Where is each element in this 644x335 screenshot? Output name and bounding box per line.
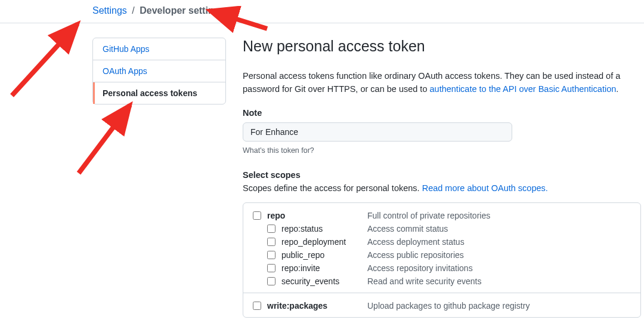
- scope-name: repo: [267, 211, 367, 220]
- scope-desc: Upload packages to github package regist…: [367, 301, 530, 311]
- scope-name: security_events: [281, 276, 367, 286]
- main-content: New personal access token Personal acces…: [243, 38, 644, 318]
- scope-row-write-packages: write:packages Upload packages to github…: [253, 299, 631, 312]
- note-input[interactable]: [243, 122, 512, 142]
- sidebar-item-personal-access-tokens[interactable]: Personal access tokens: [93, 82, 225, 104]
- scope-checkbox-public-repo[interactable]: [267, 251, 275, 259]
- scopes-subtitle-text: Scopes define the access for personal to…: [243, 183, 422, 193]
- sidebar-item-github-apps[interactable]: GitHub Apps: [93, 38, 225, 60]
- scope-checkbox-repo-status[interactable]: [267, 225, 275, 233]
- scope-desc: Full control of private repositories: [367, 211, 490, 220]
- scope-checkbox-write-packages[interactable]: [253, 302, 261, 310]
- scope-row-repo-deployment: repo_deployment Access deployment status: [253, 235, 631, 248]
- scope-desc: Access repository invitations: [367, 263, 473, 273]
- scope-row-security-events: security_events Read and write security …: [253, 275, 631, 288]
- scope-name: repo:status: [281, 224, 367, 233]
- note-hint: What's this token for?: [243, 146, 644, 155]
- scope-checkbox-repo-deployment[interactable]: [267, 238, 275, 246]
- breadcrumb-developer-settings: Developer settings: [140, 5, 225, 16]
- scopes-readmore-link[interactable]: Read more about OAuth scopes.: [422, 183, 548, 193]
- scope-checkbox-repo-invite[interactable]: [267, 264, 275, 272]
- scope-name: repo:invite: [281, 263, 367, 273]
- scopes-subtitle: Scopes define the access for personal to…: [243, 183, 644, 193]
- scope-desc: Access public repositories: [367, 250, 464, 260]
- auth-api-link[interactable]: authenticate to the API over Basic Authe…: [430, 84, 617, 94]
- scope-checkbox-security-events[interactable]: [267, 277, 275, 285]
- scopes-title: Select scopes: [243, 170, 644, 180]
- scope-desc: Access commit status: [367, 224, 448, 233]
- page-description-post: .: [616, 84, 618, 94]
- settings-sidebar: GitHub Apps OAuth Apps Personal access t…: [92, 38, 226, 105]
- sidebar-item-oauth-apps[interactable]: OAuth Apps: [93, 60, 225, 82]
- note-label: Note: [243, 108, 644, 118]
- scope-desc: Read and write security events: [367, 276, 481, 286]
- scope-name: write:packages: [267, 301, 367, 311]
- page-description: Personal access tokens function like ord…: [243, 69, 644, 96]
- scope-row-repo: repo Full control of private repositorie…: [253, 209, 631, 222]
- page-title: New personal access token: [243, 38, 644, 55]
- scope-row-repo-status: repo:status Access commit status: [253, 222, 631, 235]
- scopes-box: repo Full control of private repositorie…: [243, 202, 641, 318]
- scope-name: repo_deployment: [281, 237, 367, 247]
- scope-row-public-repo: public_repo Access public repositories: [253, 248, 631, 262]
- scope-desc: Access deployment status: [367, 237, 465, 247]
- breadcrumb-separator: /: [132, 5, 134, 16]
- breadcrumb: Settings / Developer settings: [0, 0, 644, 23]
- scope-name: public_repo: [281, 250, 367, 260]
- breadcrumb-settings[interactable]: Settings: [92, 5, 127, 16]
- scope-group-repo: repo Full control of private repositorie…: [243, 203, 640, 293]
- scope-row-repo-invite: repo:invite Access repository invitation…: [253, 262, 631, 275]
- scope-group-write-packages: write:packages Upload packages to github…: [243, 293, 640, 317]
- scope-checkbox-repo[interactable]: [253, 211, 261, 220]
